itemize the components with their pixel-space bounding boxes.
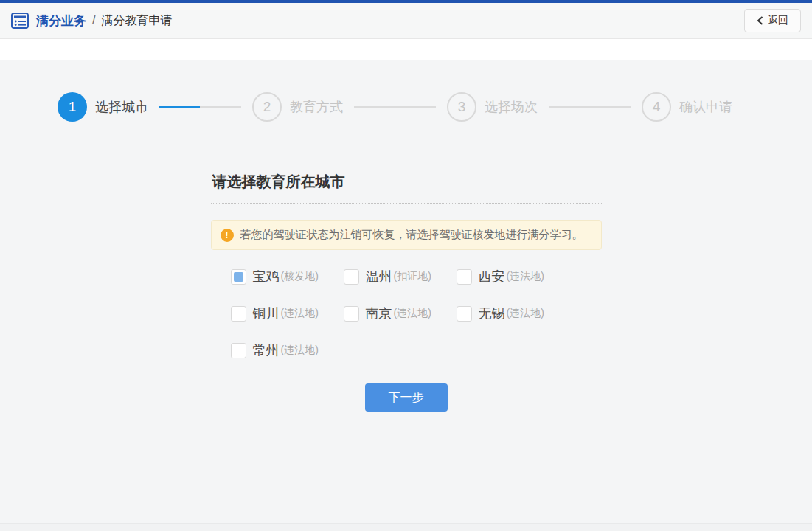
city-name: 常州 [253, 341, 280, 359]
city-option-changzhou[interactable]: 常州 (违法地) [231, 341, 344, 359]
step-4-circle: 4 [642, 92, 671, 122]
warning-icon: ! [221, 229, 234, 242]
panel-title: 请选择教育所在城市 [211, 172, 602, 204]
step-2-education-mode: 2 教育方式 [252, 92, 343, 122]
city-name: 铜川 [253, 305, 280, 322]
city-tag: (违法地) [507, 270, 544, 283]
step-3-select-session: 3 选择场次 [447, 92, 538, 122]
checkbox[interactable] [344, 306, 359, 322]
page: 满分业务 / 满分教育申请 返回 1 选择城市 2 教育方式 3 [0, 0, 812, 531]
city-name: 无锡 [479, 305, 505, 322]
breadcrumb-section[interactable]: 满分业务 [36, 13, 86, 30]
step-2-label: 教育方式 [290, 98, 343, 116]
step-progress-bar: 1 选择城市 2 教育方式 3 选择场次 4 确认申请 [0, 60, 812, 122]
city-name: 南京 [366, 305, 392, 322]
step-2-circle: 2 [252, 92, 282, 122]
step-4-label: 确认申请 [679, 98, 732, 116]
white-strip [0, 39, 812, 60]
back-button[interactable]: 返回 [744, 9, 801, 32]
step-1-select-city: 1 选择城市 [58, 92, 148, 122]
city-tag: (违法地) [281, 307, 319, 320]
step-3-label: 选择场次 [485, 98, 538, 116]
notice-text: 若您的驾驶证状态为注销可恢复，请选择驾驶证核发地进行满分学习。 [240, 228, 583, 242]
city-option-nanjing[interactable]: 南京 (违法地) [344, 305, 457, 322]
checkbox[interactable] [231, 306, 246, 322]
step-connector [549, 106, 631, 108]
step-1-label: 选择城市 [95, 98, 148, 116]
city-tag: (核发地) [281, 270, 319, 283]
back-button-label: 返回 [768, 14, 788, 27]
city-option-wuxi[interactable]: 无锡 (违法地) [457, 305, 569, 322]
step-3-circle: 3 [447, 92, 476, 122]
checkbox[interactable] [231, 343, 246, 358]
city-tag: (扣证地) [394, 270, 431, 283]
city-option-wenzhou[interactable]: 温州 (扣证地) [344, 268, 457, 285]
city-name: 宝鸡 [253, 268, 280, 285]
breadcrumb-page-title: 满分教育申请 [101, 13, 172, 29]
step-connector [159, 106, 241, 108]
city-tag: (违法地) [394, 307, 431, 320]
notice-banner: ! 若您的驾驶证状态为注销可恢复，请选择驾驶证核发地进行满分学习。 [211, 220, 602, 250]
chevron-left-icon [757, 16, 763, 25]
breadcrumb-separator: / [92, 14, 95, 27]
checkbox[interactable] [344, 269, 359, 285]
step-4-confirm-application: 4 确认申请 [642, 92, 732, 122]
checkbox[interactable] [457, 269, 472, 285]
city-option-tongchuan[interactable]: 铜川 (违法地) [231, 305, 344, 322]
footer-strip [0, 523, 812, 531]
city-option-baoji[interactable]: 宝鸡 (核发地) [231, 268, 344, 285]
breadcrumb: 满分业务 / 满分教育申请 [11, 13, 172, 30]
step-connector [354, 106, 436, 108]
city-name: 温州 [366, 268, 392, 285]
list-icon [11, 13, 29, 29]
city-name: 西安 [479, 268, 505, 285]
button-row: 下一步 [211, 384, 602, 412]
city-option-xian[interactable]: 西安 (违法地) [457, 268, 569, 285]
next-step-button[interactable]: 下一步 [365, 384, 448, 412]
step-1-circle: 1 [58, 92, 87, 122]
checkbox[interactable] [231, 269, 246, 285]
city-tag: (违法地) [507, 307, 544, 320]
checkbox[interactable] [457, 306, 472, 322]
header: 满分业务 / 满分教育申请 返回 [0, 3, 812, 39]
city-tag: (违法地) [281, 344, 319, 357]
main-content: 1 选择城市 2 教育方式 3 选择场次 4 确认申请 请选择教育所在城市 ! [0, 60, 812, 531]
city-select-panel: 请选择教育所在城市 ! 若您的驾驶证状态为注销可恢复，请选择驾驶证核发地进行满分… [211, 172, 602, 412]
city-checkbox-grid: 宝鸡 (核发地) 温州 (扣证地) 西安 (违法地) 铜川 (违法地) [231, 268, 602, 359]
